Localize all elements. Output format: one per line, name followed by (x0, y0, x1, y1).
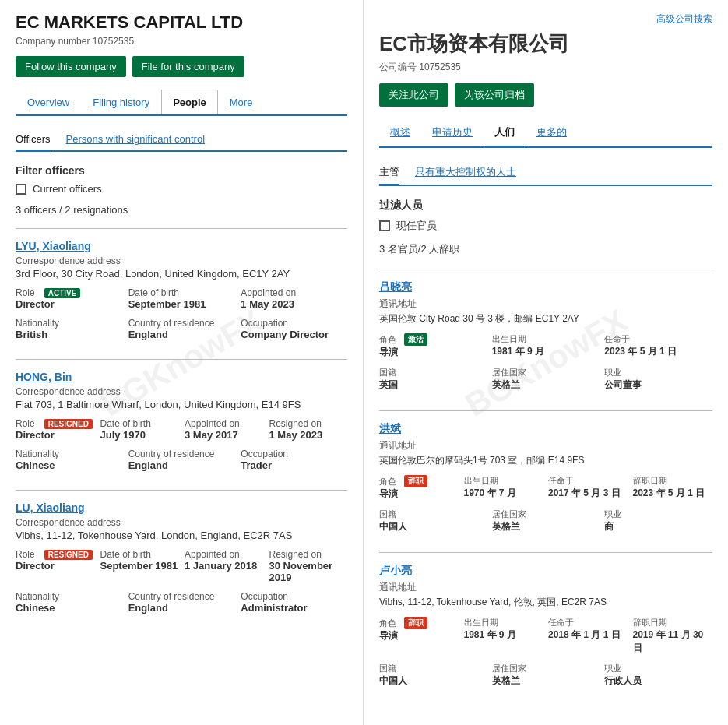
appointed-label-2: Appointed on (185, 418, 263, 429)
company-number: Company number 10752535 (16, 36, 347, 47)
resigned-value-cn-3: 2019 年 11 月 30 日 (633, 628, 713, 655)
occ-label-3: Occupation (241, 591, 347, 602)
badge-1: ACTIVE (44, 288, 81, 298)
dob-label-cn-1: 出生日期 (492, 333, 600, 345)
officer-name-1[interactable]: LYU, Xiaoliang (16, 240, 347, 252)
officer-nationality-cn-2: 国籍 中国人 居住国家 英格兰 职业 商 (379, 509, 712, 533)
occ-value-2: Trader (241, 459, 347, 471)
occ-value-cn-2: 商 (604, 520, 712, 533)
current-officers-label-cn: 现任官员 (396, 219, 437, 233)
dob-label-3: Date of birth (100, 549, 179, 560)
file-company-cn-button[interactable]: 为该公司归档 (455, 83, 534, 107)
badge-cn-2: 辞职 (404, 475, 427, 487)
officer-card-cn-1: 吕晓亮 通讯地址 英国伦敦 City Road 30 号 3 楼，邮编 EC1Y… (379, 269, 712, 410)
dob-label-cn-3: 出生日期 (464, 617, 544, 628)
advanced-search-link[interactable]: 高级公司搜索 (379, 12, 712, 26)
officer-addr-2: Flat 703, 1 Baltimore Wharf, London, Uni… (16, 399, 347, 410)
officer-card-2: HONG, Bin Correspondence address Flat 70… (16, 359, 347, 490)
res-value-cn-2: 英格兰 (492, 520, 600, 533)
tab-more[interactable]: More (218, 90, 265, 114)
res-label-cn-1: 居住国家 (492, 367, 600, 378)
officer-addr-cn-1: 英国伦敦 City Road 30 号 3 楼，邮编 EC1Y 2AY (379, 312, 712, 326)
tab-cn-filing[interactable]: 申请历史 (421, 119, 484, 146)
appointed-value-cn-1: 2023 年 5 月 1 日 (604, 345, 712, 358)
subtab-psc[interactable]: Persons with significant control (66, 128, 205, 152)
resigned-value-3: 30 November 2019 (269, 560, 348, 583)
subtab-cn-officers[interactable]: 主管 (379, 160, 399, 186)
officer-nationality-2: Nationality Chinese Country of residence… (16, 449, 347, 471)
filter-row: Current officers (16, 183, 347, 195)
officer-addr-3: Vibhs, 11-12, Tokenhouse Yard, London, E… (16, 530, 347, 541)
officer-addr-label-cn-2: 通讯地址 (379, 439, 712, 452)
nat-label-cn-3: 国籍 (379, 663, 487, 674)
role-value-cn-3: 导演 (379, 629, 459, 642)
subtab-officers[interactable]: Officers (16, 128, 51, 152)
appointed-label-3: Appointed on (185, 549, 263, 560)
role-label-cn-3: 角色 辞职 (379, 617, 459, 629)
subtab-cn-psc[interactable]: 只有重大控制权的人士 (415, 160, 516, 186)
officer-name-cn-3[interactable]: 卢小亮 (379, 564, 712, 578)
occ-label-1: Occupation (241, 318, 347, 329)
officer-details-1: Role ACTIVE Director Date of birth Septe… (16, 287, 347, 310)
occ-value-1: Company Director (241, 329, 347, 340)
left-panel: BGKnowFX EC MARKETS CAPITAL LTD Company … (0, 0, 364, 725)
resigned-label-cn-3: 辞职日期 (633, 617, 713, 628)
dob-value-cn-2: 1970 年 7 月 (464, 487, 544, 500)
nat-label-cn-2: 国籍 (379, 509, 487, 520)
role-label-cn-1: 角色 激活 (379, 333, 487, 346)
occ-label-cn-3: 职业 (604, 663, 712, 674)
officer-nationality-cn-1: 国籍 英国 居住国家 英格兰 职业 公司董事 (379, 367, 712, 392)
role-label-1: Role ACTIVE (16, 287, 122, 298)
tab-people[interactable]: People (161, 90, 218, 114)
dob-value-cn-1: 1981 年 9 月 (492, 345, 600, 358)
badge-2: RESIGNED (44, 419, 93, 429)
file-company-button[interactable]: File for this company (132, 56, 244, 77)
officer-addr-1: 3rd Floor, 30 City Road, London, United … (16, 268, 347, 280)
role-value-2: Director (16, 429, 94, 441)
occ-label-2: Occupation (241, 449, 347, 459)
officer-addr-cn-2: 英国伦敦巴尔的摩码头1号 703 室，邮编 E14 9FS (379, 454, 712, 467)
officer-addr-label-cn-1: 通讯地址 (379, 297, 712, 311)
filter-title-cn: 过滤人员 (379, 199, 712, 213)
officer-name-cn-2[interactable]: 洪斌 (379, 422, 712, 436)
current-officers-checkbox-cn[interactable] (379, 220, 390, 231)
follow-company-button[interactable]: Follow this company (16, 56, 126, 77)
nat-label-cn-1: 国籍 (379, 367, 487, 378)
officer-nationality-3: Nationality Chinese Country of residence… (16, 591, 347, 614)
nat-value-cn-1: 英国 (379, 378, 487, 392)
tab-cn-more[interactable]: 更多的 (526, 119, 578, 146)
action-buttons: Follow this company File for this compan… (16, 56, 347, 77)
officer-card-cn-3: 卢小亮 通讯地址 Vibhs, 11-12, Tokenhouse Yard, … (379, 552, 712, 706)
officer-name-2[interactable]: HONG, Bin (16, 371, 347, 383)
officers-count: 3 officers / 2 resignations (16, 204, 347, 216)
officer-name-cn-1[interactable]: 吕晓亮 (379, 280, 712, 294)
officer-card-cn-2: 洪斌 通讯地址 英国伦敦巴尔的摩码头1号 703 室，邮编 E14 9FS 角色… (379, 410, 712, 552)
role-label-cn-2: 角色 辞职 (379, 475, 459, 487)
tab-filing-history[interactable]: Filing history (81, 90, 161, 114)
officer-name-3[interactable]: LU, Xiaoliang (16, 502, 347, 514)
role-value-1: Director (16, 298, 122, 310)
dob-label-1: Date of birth (128, 287, 235, 298)
follow-company-cn-button[interactable]: 关注此公司 (379, 83, 448, 107)
nat-label-2: Nationality (16, 449, 122, 459)
res-label-1: Country of residence (128, 318, 235, 329)
role-value-cn-2: 导演 (379, 487, 459, 501)
appointed-label-cn-2: 任命于 (548, 475, 628, 487)
resigned-label-3: Resigned on (269, 549, 348, 560)
nat-value-cn-2: 中国人 (379, 520, 487, 533)
tab-cn-overview[interactable]: 概述 (379, 119, 421, 146)
resigned-value-2: 1 May 2023 (269, 429, 348, 441)
current-officers-checkbox[interactable] (16, 184, 26, 195)
tab-cn-people[interactable]: 人们 (484, 119, 526, 148)
badge-3: RESIGNED (44, 550, 93, 560)
tab-overview[interactable]: Overview (16, 90, 81, 114)
appointed-value-cn-3: 2018 年 1 月 1 日 (548, 628, 628, 642)
resigned-label-cn-2: 辞职日期 (633, 475, 713, 487)
res-label-cn-2: 居住国家 (492, 509, 600, 520)
officer-addr-label-cn-3: 通讯地址 (379, 581, 712, 594)
officer-addr-label-1: Correspondence address (16, 255, 347, 266)
officer-details-2: Role RESIGNED Director Date of birth Jul… (16, 418, 347, 441)
res-label-3: Country of residence (128, 591, 235, 602)
occ-value-3: Administrator (241, 602, 347, 614)
main-tabs: Overview Filing history People More (16, 90, 347, 116)
